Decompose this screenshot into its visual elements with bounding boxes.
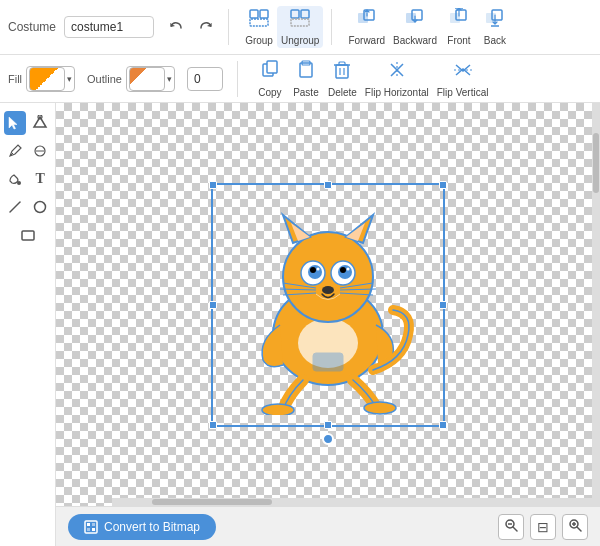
vertical-scrollbar-thumb[interactable] xyxy=(593,133,599,193)
fill-swatch xyxy=(29,67,65,91)
flip-v-icon xyxy=(452,60,474,85)
circle-tool-button[interactable] xyxy=(30,195,52,219)
group-button[interactable]: Group xyxy=(241,6,277,48)
zoom-in-button[interactable] xyxy=(562,514,588,540)
zoom-controls: ⊟ xyxy=(498,514,588,540)
costume-name-input[interactable] xyxy=(64,16,154,38)
back-button[interactable]: Back xyxy=(477,6,513,48)
select-tool-button[interactable] xyxy=(4,111,26,135)
separator3 xyxy=(237,61,238,97)
tool-row-2 xyxy=(4,139,51,163)
svg-line-31 xyxy=(10,202,20,212)
horizontal-scrollbar-thumb[interactable] xyxy=(152,499,272,505)
zoom-out-icon xyxy=(504,518,518,535)
tool-row-3: T xyxy=(4,167,51,191)
eraser-tool-button[interactable] xyxy=(30,139,52,163)
forward-label: Forward xyxy=(348,35,385,46)
paste-button[interactable]: Paste xyxy=(288,58,324,100)
handle-tc[interactable] xyxy=(324,181,332,189)
ungroup-icon xyxy=(289,8,311,33)
edit-section: Copy Paste Delete Flip Horizontal Flip V… xyxy=(252,58,493,100)
flip-v-label: Flip Vertical xyxy=(437,87,489,98)
flip-h-label: Flip Horizontal xyxy=(365,87,429,98)
handle-bl[interactable] xyxy=(209,421,217,429)
svg-rect-1 xyxy=(260,10,268,18)
horizontal-scrollbar[interactable] xyxy=(112,498,592,506)
convert-to-bitmap-button[interactable]: Convert to Bitmap xyxy=(68,514,216,540)
toolbar-row2: Fill ▾ Outline ▾ Copy Paste xyxy=(0,55,600,103)
svg-rect-62 xyxy=(87,528,90,531)
rotate-handle[interactable] xyxy=(322,433,334,445)
outline-color-picker[interactable]: ▾ xyxy=(126,66,175,92)
selection-box[interactable] xyxy=(211,183,445,427)
outline-size-input[interactable] xyxy=(187,67,223,91)
tool-panel: T xyxy=(0,103,56,546)
tool-row-1 xyxy=(4,111,51,135)
ungroup-label: Ungroup xyxy=(281,35,319,46)
svg-rect-60 xyxy=(87,523,90,526)
undo-redo-group xyxy=(162,13,220,41)
outline-arrow: ▾ xyxy=(167,74,172,84)
layer-section: Forward Backward Front Back xyxy=(344,6,513,48)
svg-point-45 xyxy=(310,267,316,273)
backward-label: Backward xyxy=(393,35,437,46)
reshape-tool-button[interactable] xyxy=(30,111,52,135)
front-icon xyxy=(448,8,470,33)
svg-point-49 xyxy=(322,286,334,294)
zoom-reset-button[interactable]: ⊟ xyxy=(530,514,556,540)
pencil-tool-button[interactable] xyxy=(4,139,26,163)
svg-line-66 xyxy=(513,527,517,531)
vertical-scrollbar[interactable] xyxy=(592,103,600,506)
svg-rect-0 xyxy=(250,10,258,18)
svg-point-46 xyxy=(340,267,346,273)
svg-rect-20 xyxy=(336,65,348,78)
text-tool-button[interactable]: T xyxy=(30,167,52,191)
fill-color-picker[interactable]: ▾ xyxy=(26,66,75,92)
bottom-bar: Convert to Bitmap ⊟ xyxy=(56,506,600,546)
back-label: Back xyxy=(484,35,506,46)
flip-v-button[interactable]: Flip Vertical xyxy=(433,58,493,100)
convert-label: Convert to Bitmap xyxy=(104,520,200,534)
copy-button[interactable]: Copy xyxy=(252,58,288,100)
rect-tool-button[interactable] xyxy=(16,223,40,247)
canvas-area[interactable]: Convert to Bitmap ⊟ xyxy=(56,103,600,546)
handle-tl[interactable] xyxy=(209,181,217,189)
zoom-out-button[interactable] xyxy=(498,514,524,540)
outline-swatch xyxy=(129,67,165,91)
delete-button[interactable]: Delete xyxy=(324,58,361,100)
handle-bc[interactable] xyxy=(324,421,332,429)
handle-ml[interactable] xyxy=(209,301,217,309)
flip-h-icon xyxy=(386,60,408,85)
svg-point-56 xyxy=(262,404,294,415)
fill-tool-button[interactable] xyxy=(4,167,26,191)
forward-button[interactable]: Forward xyxy=(344,6,389,48)
paste-icon xyxy=(295,60,317,85)
svg-point-57 xyxy=(364,402,396,414)
costume-label: Costume xyxy=(8,20,56,34)
tool-row-5 xyxy=(4,223,51,247)
main-area: T xyxy=(0,103,600,546)
svg-rect-2 xyxy=(250,19,268,26)
flip-h-button[interactable]: Flip Horizontal xyxy=(361,58,433,100)
fill-label: Fill xyxy=(8,73,22,85)
svg-rect-17 xyxy=(267,61,277,73)
line-tool-button[interactable] xyxy=(4,195,26,219)
zoom-reset-icon: ⊟ xyxy=(537,519,549,535)
group-label: Group xyxy=(245,35,273,46)
svg-rect-5 xyxy=(291,19,309,26)
handle-br[interactable] xyxy=(439,421,447,429)
delete-label: Delete xyxy=(328,87,357,98)
group-icon xyxy=(248,8,270,33)
arrange-section: Group Ungroup xyxy=(241,6,323,48)
handle-mr[interactable] xyxy=(439,301,447,309)
front-button[interactable]: Front xyxy=(441,6,477,48)
fill-group: Fill ▾ Outline ▾ xyxy=(8,66,223,92)
cat-sprite xyxy=(213,185,443,425)
svg-point-36 xyxy=(283,232,373,322)
handle-tr[interactable] xyxy=(439,181,447,189)
backward-button[interactable]: Backward xyxy=(389,6,441,48)
redo-button[interactable] xyxy=(192,13,220,41)
svg-line-70 xyxy=(577,527,581,531)
undo-button[interactable] xyxy=(162,13,190,41)
ungroup-button[interactable]: Ungroup xyxy=(277,6,323,48)
